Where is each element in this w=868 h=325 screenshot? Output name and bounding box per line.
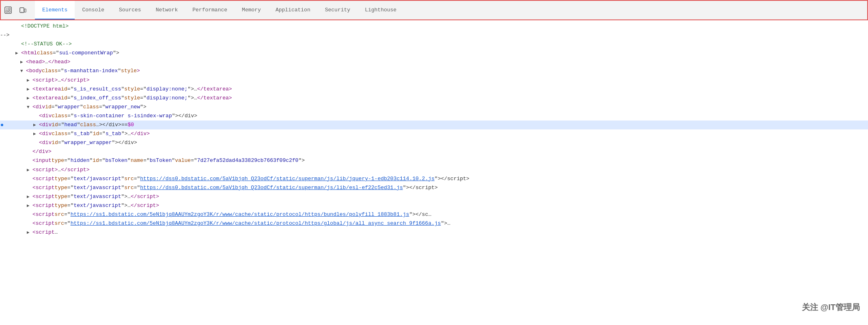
head-triangle[interactable] — [20, 58, 26, 66]
line-head-tag: <head> … </head> — [0, 58, 868, 67]
polyfill-script-link[interactable]: https://ss1.bdstatic.com/5eN1bjq8AAUYm2z… — [71, 210, 409, 219]
line-div-head: <div id =" head " class …></div> == $0 — [0, 121, 868, 129]
line-input-bstoken: <input type =" hidden " id =" bsToken " … — [0, 156, 868, 165]
devtools-toolbar-icons — [2, 4, 32, 16]
wrapper-triangle[interactable] — [27, 103, 32, 111]
line-close-div-wrapper: </div> — [0, 147, 868, 156]
line-textarea-1: <textarea id =" s_is_result_css " style … — [0, 85, 868, 94]
line-html-tag: <html class =" sui-componentWrap "> — [0, 49, 868, 58]
html-triangle[interactable] — [15, 50, 21, 57]
line-script-5: <script … — [0, 228, 868, 237]
textarea2-triangle[interactable] — [27, 95, 32, 102]
line-script-esl: <script type =" text/javascript " src ="… — [0, 183, 868, 192]
tab-security[interactable]: Security — [318, 1, 358, 19]
line-div-skin: <div class =" s-skin-container s-isindex… — [0, 112, 868, 121]
line-div-wrapper-wrapper: <div id =" wrapper_wrapper "></div> — [0, 138, 868, 147]
head-div-triangle[interactable] — [33, 121, 39, 129]
devtools-tabbar: Elements Console Sources Network Perform… — [0, 0, 868, 20]
line-script-1: <script> … </script> — [0, 76, 868, 85]
line-textarea-2: <textarea id =" s_index_off_css " style … — [0, 94, 868, 103]
textarea1-triangle[interactable] — [27, 86, 32, 93]
doctype-text: <!DOCTYPE html> — [21, 22, 69, 31]
inspect-element-button[interactable] — [2, 4, 14, 16]
body-triangle[interactable] — [20, 67, 26, 75]
stab-triangle[interactable] — [33, 130, 39, 138]
esl-script-link[interactable]: https://dss0.bdstatic.com/5aV1bjqh_Q23od… — [140, 183, 403, 192]
line-script-async-search: <script src =" https://ss1.bdstatic.com/… — [0, 219, 868, 228]
status-comment-text: <!--STATUS OK--> — [21, 40, 72, 49]
line-script-jquery: <script type =" text/javascript " src ="… — [0, 174, 868, 183]
jquery-script-link[interactable]: https://dss0.bdstatic.com/5aV1bjqh_Q23od… — [140, 174, 435, 183]
devtools-content: <!DOCTYPE html> --> <!--STATUS OK--> <ht… — [0, 20, 868, 239]
tab-console[interactable]: Console — [75, 1, 112, 19]
tab-performance[interactable]: Performance — [185, 1, 235, 19]
svg-rect-0 — [5, 7, 11, 13]
tab-network[interactable]: Network — [149, 1, 185, 19]
line-doctype: <!DOCTYPE html> — [0, 22, 868, 31]
current-element-indicator — [1, 124, 3, 126]
tab-elements[interactable]: Elements — [35, 1, 75, 19]
script5-triangle[interactable] — [27, 229, 32, 237]
line-div-stab: <div class =" s_tab " id =" s_tab "> … <… — [0, 129, 868, 138]
svg-rect-2 — [24, 9, 26, 12]
tab-lighthouse[interactable]: Lighthouse — [358, 1, 404, 19]
line-script-3: <script type =" text/javascript "> … </s… — [0, 192, 868, 201]
tab-memory[interactable]: Memory — [235, 1, 268, 19]
line-script-4: <script type =" text/javascript "> … </s… — [0, 201, 868, 210]
line-body-tag: <body class =" s-manhattan-index " style… — [0, 67, 868, 75]
tab-application[interactable]: Application — [268, 1, 318, 19]
script2-triangle[interactable] — [27, 166, 32, 174]
script1-triangle[interactable] — [27, 77, 32, 84]
line-div-wrapper: <div id =" wrapper " class =" wrapper_ne… — [0, 103, 868, 112]
tab-sources[interactable]: Sources — [112, 1, 149, 19]
line-status-comment: <!--STATUS OK--> — [0, 40, 868, 49]
script3-triangle[interactable] — [27, 193, 32, 201]
line-script-2: <script> … </script> — [0, 166, 868, 174]
device-toggle-button[interactable] — [17, 4, 28, 16]
script4-triangle[interactable] — [27, 202, 32, 210]
async-search-script-link[interactable]: https://ss1.bdstatic.com/5eN1bjq8AAUYm2z… — [71, 219, 441, 228]
line-script-polyfill: <script src =" https://ss1.bdstatic.com/… — [0, 210, 868, 219]
svg-point-3 — [22, 12, 22, 13]
